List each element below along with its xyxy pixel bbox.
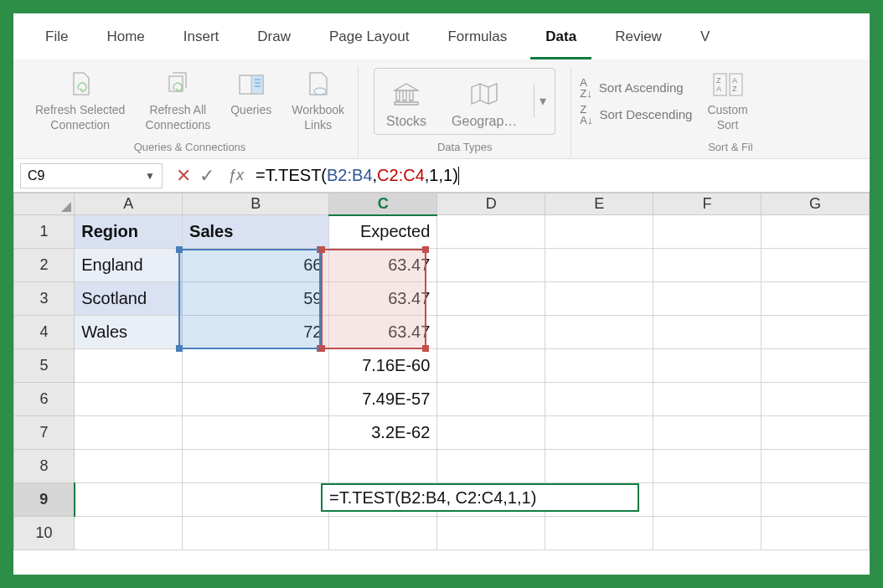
cell-E2[interactable] xyxy=(545,249,653,282)
cell-F7[interactable] xyxy=(653,416,762,450)
cell-D2[interactable] xyxy=(437,249,545,282)
cell-B10[interactable] xyxy=(183,517,329,550)
tab-page-layout[interactable]: Page Layout xyxy=(314,20,424,59)
tab-formulas[interactable]: Formulas xyxy=(432,20,522,59)
cell-E6[interactable] xyxy=(545,383,653,416)
cell-C10[interactable] xyxy=(329,517,437,550)
cell-G9[interactable] xyxy=(762,483,870,517)
stocks-button[interactable]: Stocks xyxy=(378,74,435,129)
cell-D6[interactable] xyxy=(437,383,545,416)
cell-D5[interactable] xyxy=(437,349,545,383)
refresh-all-button[interactable]: Refresh All Connections xyxy=(140,66,215,136)
cell-B9[interactable] xyxy=(183,483,329,517)
data-types-expand[interactable]: ▾ xyxy=(534,85,551,118)
cell-B8[interactable] xyxy=(183,450,329,483)
cell-C2[interactable]: 63.47 xyxy=(329,249,437,282)
cell-F4[interactable] xyxy=(653,316,762,349)
row-header-9[interactable]: 9 xyxy=(14,483,75,517)
select-all-corner[interactable] xyxy=(14,193,75,215)
cell-G1[interactable] xyxy=(762,215,870,249)
cell-D10[interactable] xyxy=(437,517,545,550)
cell-G10[interactable] xyxy=(762,517,870,550)
cell-B2[interactable]: 66 xyxy=(183,249,329,282)
cell-G3[interactable] xyxy=(762,282,870,316)
cell-E7[interactable] xyxy=(545,416,653,450)
col-header-B[interactable]: B xyxy=(183,193,329,215)
cell-G4[interactable] xyxy=(762,316,870,349)
cell-E8[interactable] xyxy=(545,450,653,483)
cell-B7[interactable] xyxy=(183,416,329,450)
cell-D8[interactable] xyxy=(437,450,545,483)
cell-D7[interactable] xyxy=(437,416,545,450)
tab-view[interactable]: V xyxy=(685,20,725,59)
cell-G2[interactable] xyxy=(762,249,870,282)
cell-D1[interactable] xyxy=(437,215,545,249)
cell-G8[interactable] xyxy=(762,450,870,483)
cell-G5[interactable] xyxy=(762,349,870,383)
cell-B1[interactable]: Sales xyxy=(183,215,329,249)
row-header-4[interactable]: 4 xyxy=(14,316,75,349)
cell-A1[interactable]: Region xyxy=(75,215,183,249)
data-types-gallery[interactable]: Stocks Geograp… ▾ xyxy=(374,68,555,135)
cell-A10[interactable] xyxy=(75,517,183,550)
cell-E1[interactable] xyxy=(545,215,653,249)
worksheet-grid[interactable]: A B C D E F G 1 Region Sales Expected 2 xyxy=(13,193,870,575)
tab-file[interactable]: File xyxy=(30,20,83,59)
cell-B4[interactable]: 72 xyxy=(183,316,329,349)
tab-review[interactable]: Review xyxy=(600,20,677,59)
col-header-D[interactable]: D xyxy=(437,193,545,215)
formula-bar[interactable]: =T.TEST(B2:B4, C2:C4,1,1) xyxy=(256,166,459,185)
cell-B3[interactable]: 59 xyxy=(183,282,329,316)
workbook-links-button[interactable]: Workbook Links xyxy=(287,66,349,136)
cell-F1[interactable] xyxy=(653,215,762,249)
cell-F6[interactable] xyxy=(653,383,762,416)
cancel-formula-button[interactable]: ✕ xyxy=(176,165,191,187)
tab-data[interactable]: Data xyxy=(530,20,591,59)
cell-E4[interactable] xyxy=(545,316,653,349)
cell-D3[interactable] xyxy=(437,282,545,316)
cell-F5[interactable] xyxy=(653,349,762,383)
cell-F8[interactable] xyxy=(653,450,762,483)
cell-C6[interactable]: 7.49E-57 xyxy=(329,383,437,416)
queries-button[interactable]: Queries xyxy=(225,66,276,136)
cell-A3[interactable]: Scotland xyxy=(75,282,183,316)
cell-A8[interactable] xyxy=(75,450,183,483)
cell-B5[interactable] xyxy=(183,349,329,383)
cell-A7[interactable] xyxy=(75,416,183,450)
row-header-7[interactable]: 7 xyxy=(14,416,75,450)
cell-A2[interactable]: England xyxy=(75,249,183,282)
cell-C8[interactable] xyxy=(329,450,437,483)
cell-C3[interactable]: 63.47 xyxy=(329,282,437,316)
cell-C4[interactable]: 63.47 xyxy=(329,316,437,349)
custom-sort-button[interactable]: ZAAZ Custom Sort xyxy=(702,66,752,136)
cell-B6[interactable] xyxy=(183,383,329,416)
cell-E5[interactable] xyxy=(545,349,653,383)
cell-F10[interactable] xyxy=(653,517,762,550)
sort-ascending-button[interactable]: AZ↓ Sort Ascending xyxy=(580,77,692,99)
tab-home[interactable]: Home xyxy=(91,20,159,59)
col-header-E[interactable]: E xyxy=(545,193,653,215)
row-header-2[interactable]: 2 xyxy=(14,249,75,282)
cell-A6[interactable] xyxy=(75,383,183,416)
row-header-1[interactable]: 1 xyxy=(14,215,75,249)
row-header-8[interactable]: 8 xyxy=(14,450,75,483)
col-header-G[interactable]: G xyxy=(762,193,870,215)
col-header-A[interactable]: A xyxy=(75,193,183,215)
sort-descending-button[interactable]: ZA↓ Sort Descending xyxy=(580,104,692,126)
cell-C1[interactable]: Expected xyxy=(329,215,437,249)
row-header-5[interactable]: 5 xyxy=(14,349,75,383)
row-header-3[interactable]: 3 xyxy=(14,282,75,316)
cell-G7[interactable] xyxy=(762,416,870,450)
cell-E3[interactable] xyxy=(545,282,653,316)
cell-F3[interactable] xyxy=(653,282,762,316)
row-header-10[interactable]: 10 xyxy=(14,517,75,550)
cell-A9[interactable] xyxy=(75,483,183,517)
col-header-F[interactable]: F xyxy=(653,193,762,215)
cell-E10[interactable] xyxy=(545,517,653,550)
fx-button[interactable]: ƒx xyxy=(223,167,249,184)
tab-draw[interactable]: Draw xyxy=(242,20,306,59)
enter-formula-button[interactable]: ✓ xyxy=(199,165,214,187)
cell-A4[interactable]: Wales xyxy=(75,316,183,349)
cell-D4[interactable] xyxy=(437,316,545,349)
name-box[interactable]: C9 ▼ xyxy=(20,163,163,188)
